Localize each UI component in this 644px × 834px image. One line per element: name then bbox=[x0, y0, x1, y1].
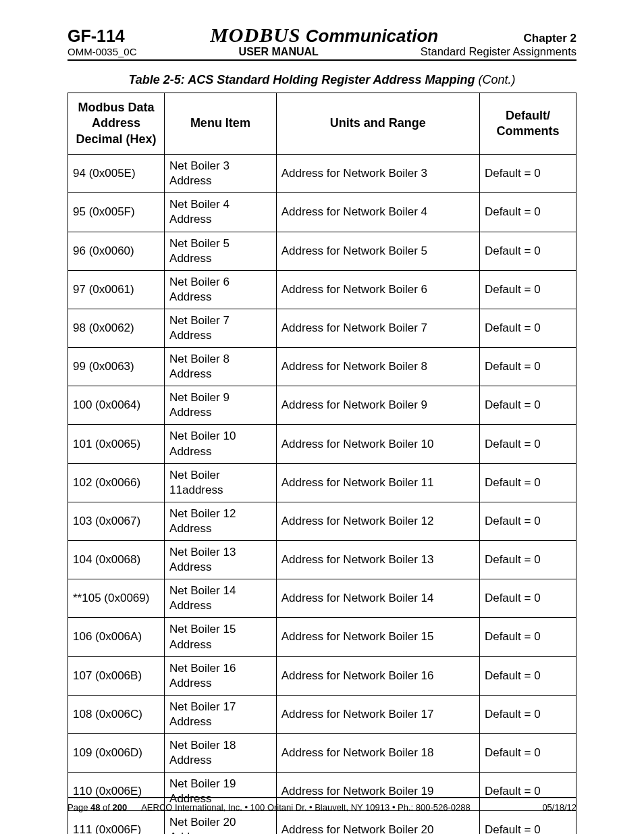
cell-addr: **105 (0x0069) bbox=[68, 579, 165, 618]
cell-addr: 106 (0x006A) bbox=[68, 618, 165, 656]
table-row: 94 (0x005E)Net Boiler 3 AddressAddress f… bbox=[68, 155, 576, 193]
cell-addr: 98 (0x0062) bbox=[68, 309, 165, 347]
doc-title: MODBUS Communication bbox=[125, 24, 524, 47]
table-row: **105 (0x0069)Net Boiler 14 AddressAddre… bbox=[68, 579, 576, 618]
table-row: 103 (0x0067)Net Boiler 12 AddressAddress… bbox=[68, 502, 576, 540]
cell-units: Address for Network Boiler 5 bbox=[276, 232, 479, 270]
cell-addr: 107 (0x006B) bbox=[68, 656, 165, 695]
cell-addr: 100 (0x0064) bbox=[68, 386, 165, 425]
cell-menu: Net Boiler 14 Address bbox=[165, 579, 277, 618]
cell-default: Default = 0 bbox=[479, 811, 576, 834]
company-address: 100 Oritani Dr. bbox=[250, 802, 309, 812]
cell-menu: Net Boiler 17 Address bbox=[165, 695, 277, 733]
table-row: 107 (0x006B)Net Boiler 16 AddressAddress… bbox=[68, 656, 576, 695]
cell-menu: Net Boiler 13 Address bbox=[165, 541, 277, 579]
cell-default: Default = 0 bbox=[479, 695, 576, 733]
table-row: 97 (0x0061)Net Boiler 6 AddressAddress f… bbox=[68, 270, 576, 309]
cell-default: Default = 0 bbox=[479, 425, 576, 463]
register-table: Modbus Data Address Decimal (Hex) Menu I… bbox=[68, 93, 576, 834]
cell-default: Default = 0 bbox=[479, 502, 576, 540]
th-menu-item: Menu Item bbox=[165, 93, 277, 155]
page-header: GF-114 MODBUS Communication Chapter 2 OM… bbox=[68, 24, 576, 61]
cell-menu: Net Boiler 12 Address bbox=[165, 502, 277, 540]
page-footer: Page 48 of 200 AERCO International, Inc.… bbox=[68, 797, 576, 812]
header-bottom-row: OMM-0035_0C USER MANUAL Standard Registe… bbox=[68, 45, 576, 58]
th-default: Default/ Comments bbox=[479, 93, 576, 155]
cell-default: Default = 0 bbox=[479, 618, 576, 656]
table-header-row: Modbus Data Address Decimal (Hex) Menu I… bbox=[68, 93, 576, 155]
cell-units: Address for Network Boiler 14 bbox=[276, 579, 479, 618]
table-row: 109 (0x006D)Net Boiler 18 AddressAddress… bbox=[68, 733, 576, 772]
cell-addr: 96 (0x0060) bbox=[68, 232, 165, 270]
cell-addr: 104 (0x0068) bbox=[68, 541, 165, 579]
title-communication: Communication bbox=[301, 26, 439, 46]
cell-menu: Net Boiler 9 Address bbox=[165, 386, 277, 425]
cell-addr: 111 (0x006F) bbox=[68, 811, 165, 834]
cell-menu: Net Boiler 15 Address bbox=[165, 618, 277, 656]
bullet-icon: • bbox=[244, 802, 248, 812]
company-city: Blauvelt, NY 10913 bbox=[315, 802, 392, 812]
table-row: 98 (0x0062)Net Boiler 7 AddressAddress f… bbox=[68, 309, 576, 347]
cell-addr: 95 (0x005F) bbox=[68, 193, 165, 232]
table-row: 108 (0x006C)Net Boiler 17 AddressAddress… bbox=[68, 695, 576, 733]
cell-menu: Net Boiler 3 Address bbox=[165, 155, 277, 193]
cell-menu: Net Boiler 10 Address bbox=[165, 425, 277, 463]
cell-default: Default = 0 bbox=[479, 541, 576, 579]
doc-code: GF-114 bbox=[68, 26, 125, 46]
user-manual-label: USER MANUAL bbox=[239, 46, 319, 58]
cell-units: Address for Network Boiler 6 bbox=[276, 270, 479, 309]
cell-units: Address for Network Boiler 10 bbox=[276, 425, 479, 463]
cell-addr: 101 (0x0065) bbox=[68, 425, 165, 463]
cell-default: Default = 0 bbox=[479, 232, 576, 270]
page-prefix: Page bbox=[68, 802, 90, 812]
page-total: 200 bbox=[113, 802, 128, 812]
page-of: of bbox=[100, 802, 112, 812]
page-number: 48 bbox=[90, 802, 100, 812]
table-row: 104 (0x0068)Net Boiler 13 AddressAddress… bbox=[68, 541, 576, 579]
cell-menu: Net Boiler 11address bbox=[165, 463, 277, 502]
cell-menu: Net Boiler 6 Address bbox=[165, 270, 277, 309]
cell-units: Address for Network Boiler 20 bbox=[276, 811, 479, 834]
cell-units: Address for Network Boiler 4 bbox=[276, 193, 479, 232]
footer-date: 05/18/12 bbox=[542, 802, 576, 812]
doc-revision: OMM-0035_0C bbox=[68, 46, 137, 57]
cell-addr: 97 (0x0061) bbox=[68, 270, 165, 309]
cell-addr: 103 (0x0067) bbox=[68, 502, 165, 540]
bullet-icon: • bbox=[392, 802, 396, 812]
cell-units: Address for Network Boiler 13 bbox=[276, 541, 479, 579]
cell-menu: Net Boiler 7 Address bbox=[165, 309, 277, 347]
cell-default: Default = 0 bbox=[479, 193, 576, 232]
table-caption-main: Table 2-5: ACS Standard Holding Register… bbox=[128, 73, 478, 86]
cell-default: Default = 0 bbox=[479, 348, 576, 386]
cell-menu: Net Boiler 20 Address bbox=[165, 811, 277, 834]
cell-addr: 99 (0x0063) bbox=[68, 348, 165, 386]
cell-default: Default = 0 bbox=[479, 579, 576, 618]
table-caption: Table 2-5: ACS Standard Holding Register… bbox=[68, 73, 576, 87]
cell-units: Address for Network Boiler 8 bbox=[276, 348, 479, 386]
chapter-label: Chapter 2 bbox=[524, 32, 576, 45]
cell-menu: Net Boiler 4 Address bbox=[165, 193, 277, 232]
cell-default: Default = 0 bbox=[479, 270, 576, 309]
th-units-range: Units and Range bbox=[276, 93, 479, 155]
table-row: 101 (0x0065)Net Boiler 10 AddressAddress… bbox=[68, 425, 576, 463]
table-row: 100 (0x0064)Net Boiler 9 AddressAddress … bbox=[68, 386, 576, 425]
table-row: 106 (0x006A)Net Boiler 15 AddressAddress… bbox=[68, 618, 576, 656]
cell-units: Address for Network Boiler 7 bbox=[276, 309, 479, 347]
cell-addr: 102 (0x0066) bbox=[68, 463, 165, 502]
table-row: 111 (0x006F)Net Boiler 20 AddressAddress… bbox=[68, 811, 576, 834]
chapter-subtitle: Standard Register Assignments bbox=[421, 45, 576, 58]
cell-default: Default = 0 bbox=[479, 463, 576, 502]
cell-default: Default = 0 bbox=[479, 386, 576, 425]
cell-default: Default = 0 bbox=[479, 309, 576, 347]
cell-menu: Net Boiler 18 Address bbox=[165, 733, 277, 772]
table-caption-cont: (Cont.) bbox=[479, 73, 516, 86]
cell-units: Address for Network Boiler 15 bbox=[276, 618, 479, 656]
cell-default: Default = 0 bbox=[479, 733, 576, 772]
cell-menu: Net Boiler 5 Address bbox=[165, 232, 277, 270]
cell-menu: Net Boiler 8 Address bbox=[165, 348, 277, 386]
cell-units: Address for Network Boiler 18 bbox=[276, 733, 479, 772]
table-row: 99 (0x0063)Net Boiler 8 AddressAddress f… bbox=[68, 348, 576, 386]
company-name: AERCO International, Inc. bbox=[141, 802, 244, 812]
th-address: Modbus Data Address Decimal (Hex) bbox=[68, 93, 165, 155]
table-row: 102 (0x0066)Net Boiler 11addressAddress … bbox=[68, 463, 576, 502]
